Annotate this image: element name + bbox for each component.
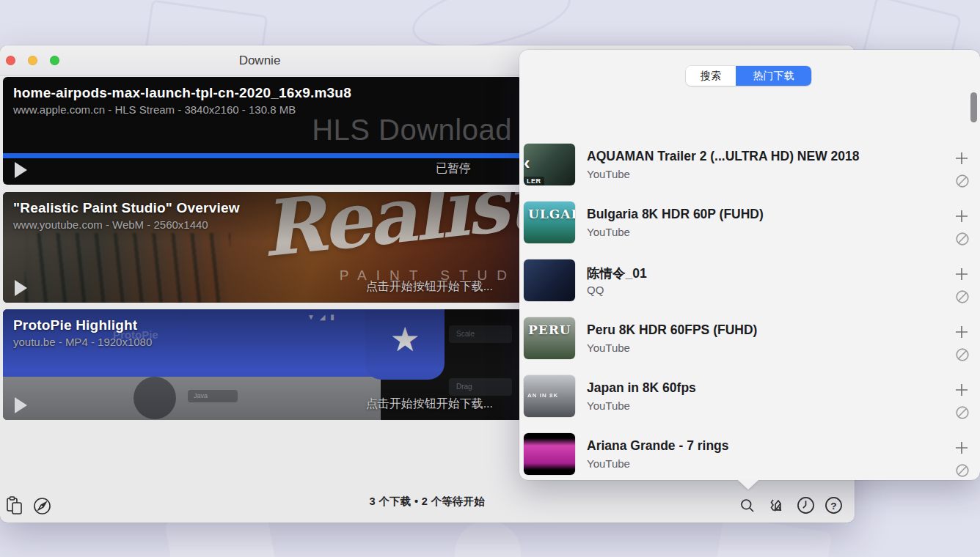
tab-search[interactable]: 搜索: [686, 66, 736, 86]
download-status: 已暂停: [436, 161, 471, 177]
window-title: Downie: [0, 45, 519, 75]
back-chevron-icon: ‹: [524, 153, 530, 172]
popover-tabs: 搜索 热门下载: [686, 66, 811, 86]
block-button[interactable]: [955, 174, 970, 188]
list-item[interactable]: ‹ LER AQUAMAN Trailer 2 (...ULTRA HD) NE…: [519, 144, 980, 185]
progress-fill: [3, 153, 522, 158]
start-download-button[interactable]: [15, 280, 27, 296]
thumbnail-caption: PERU: [525, 322, 574, 338]
video-source: YouTube: [587, 457, 630, 470]
popover-scrollbar[interactable]: [970, 92, 977, 122]
list-item[interactable]: ULGARIA Bulgaria 8K HDR 60P (FUHD) YouTu…: [519, 202, 980, 243]
video-title: AQUAMAN Trailer 2 (...ULTRA HD) NEW 2018: [587, 149, 936, 164]
add-download-button[interactable]: [954, 266, 970, 282]
download-status: 点击开始按钮开始下载...: [366, 279, 493, 295]
block-button[interactable]: [955, 463, 970, 478]
thumbnail-caption: AN IN 8K: [524, 391, 561, 399]
block-button[interactable]: [955, 232, 970, 246]
help-icon[interactable]: ?: [824, 496, 843, 514]
video-thumbnail: [524, 259, 575, 301]
start-download-button[interactable]: [15, 162, 27, 178]
video-thumbnail: PERU: [524, 317, 575, 359]
thumbnail-caption: LER: [524, 177, 544, 185]
video-source: YouTube: [587, 168, 630, 180]
hot-downloads-popover: 搜索 热门下载 ‹ LER AQUAMAN Trailer 2 (...ULTR…: [519, 50, 980, 480]
video-title: Ariana Grande - 7 rings: [587, 438, 936, 454]
download-meta: youtu.be - MP4 - 1920x1080: [13, 336, 515, 348]
list-item[interactable]: PERU Peru 8K HDR 60FPS (FUHD) YouTube: [519, 317, 980, 359]
download-title: "Realistic Paint Studio" Overview: [13, 200, 515, 216]
video-thumbnail: [524, 433, 575, 475]
start-download-button[interactable]: [15, 397, 27, 413]
download-title: home-airpods-max-launch-tpl-cn-2020_16x9…: [13, 85, 515, 101]
video-source: YouTube: [587, 226, 630, 238]
search-icon[interactable]: [739, 498, 756, 514]
svg-text:?: ?: [830, 501, 836, 512]
guide-icon[interactable]: [767, 497, 785, 514]
download-meta: www.youtube.com - WebM - 2560x1440: [13, 218, 515, 231]
history-icon[interactable]: [797, 496, 815, 514]
video-title: Peru 8K HDR 60FPS (FUHD): [587, 322, 936, 338]
list-item[interactable]: 陈情令_01 QQ: [519, 259, 980, 301]
block-button[interactable]: [955, 289, 970, 304]
download-status: 点击开始按钮开始下载...: [366, 396, 493, 412]
video-title: Bulgaria 8K HDR 60P (FUHD): [587, 207, 936, 222]
popover-arrow: [738, 480, 758, 490]
video-title: Japan in 8K 60fps: [587, 380, 936, 396]
add-download-button[interactable]: [954, 208, 970, 224]
thumbnail-caption: ULGARIA: [525, 206, 575, 222]
download-item[interactable]: Realist PAINT STUD "Realistic Paint Stud…: [3, 192, 522, 303]
video-source: QQ: [587, 284, 604, 296]
hls-watermark: HLS Download: [312, 114, 512, 147]
progress-bar: [3, 152, 522, 159]
video-title: 陈情令_01: [587, 265, 936, 282]
video-thumbnail: ULGARIA: [524, 202, 575, 243]
download-item[interactable]: Scale Drag ProtoPie Java ▼ ◢ ▮ ★ ProtoPi…: [3, 309, 522, 420]
list-item[interactable]: Ariana Grande - 7 rings YouTube: [519, 433, 980, 475]
bottom-toolbar: 3 个下载 • 2 个等待开始 ?: [0, 480, 855, 523]
tab-hot-downloads[interactable]: 热门下载: [736, 66, 811, 86]
add-download-button[interactable]: [954, 324, 970, 340]
video-thumbnail: ‹ LER: [524, 144, 575, 185]
download-item[interactable]: HLS Download home-airpods-max-launch-tpl…: [3, 77, 522, 185]
add-download-button[interactable]: [954, 150, 970, 166]
download-title: ProtoPie Highlight: [13, 317, 515, 333]
block-button[interactable]: [955, 347, 970, 362]
add-download-button[interactable]: [954, 382, 970, 398]
video-thumbnail: AN IN 8K: [524, 375, 575, 417]
queue-status-text: 3 个下载 • 2 个等待开始: [0, 495, 855, 509]
block-button[interactable]: [955, 405, 970, 420]
download-meta: www.apple.com.cn - HLS Stream - 3840x216…: [13, 103, 515, 116]
desktop-doodle: [455, 520, 521, 557]
list-item[interactable]: AN IN 8K Japan in 8K 60fps YouTube: [519, 375, 980, 417]
video-source: YouTube: [587, 342, 630, 354]
add-download-button[interactable]: [954, 440, 970, 456]
video-source: YouTube: [587, 399, 630, 412]
